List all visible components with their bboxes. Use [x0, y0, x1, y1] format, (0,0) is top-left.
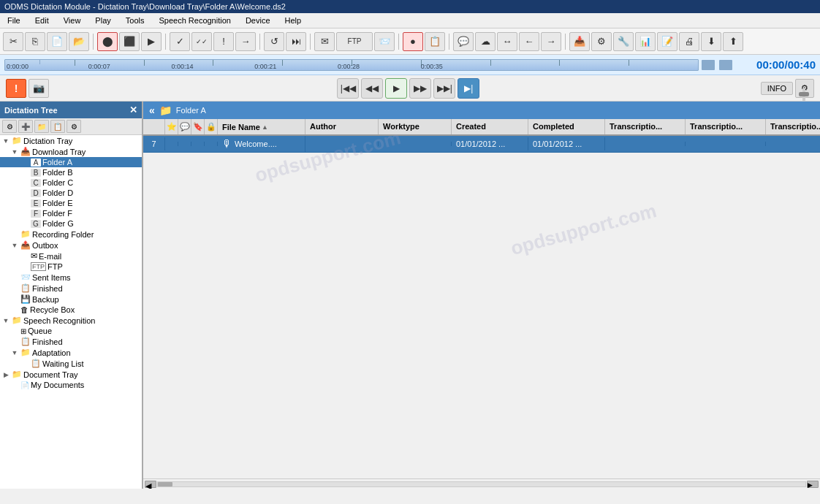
cut-button[interactable]: ✂: [3, 32, 23, 51]
camera-button[interactable]: 📷: [29, 79, 49, 98]
copy-button[interactable]: ⎘: [25, 32, 45, 51]
tree-item-folder-f[interactable]: F Folder F: [0, 208, 142, 218]
menu-edit[interactable]: Edit: [31, 15, 53, 26]
tree-item-folder-a[interactable]: A Folder A: [0, 157, 142, 167]
tree-item-folder-g[interactable]: G Folder G: [0, 218, 142, 229]
record-button[interactable]: ⬤: [97, 32, 118, 51]
double-check-button[interactable]: ✓✓: [191, 32, 212, 51]
tb-extra2[interactable]: ⚙: [591, 32, 612, 51]
skip-button[interactable]: ⏭: [286, 32, 306, 51]
record2-button[interactable]: ●: [403, 32, 423, 51]
fast-forward-button[interactable]: ▶▶: [409, 78, 431, 99]
timeline-track[interactable]: 0:00:00 0:00:07 0:00:14 0:00:21 0:00:28 …: [4, 59, 699, 71]
ftp-button[interactable]: FTP: [336, 32, 373, 51]
new-button[interactable]: 📄: [47, 32, 67, 51]
tb-extra5[interactable]: 📝: [657, 32, 677, 51]
h-scroll-right-btn[interactable]: ▶: [807, 481, 819, 488]
arrows-button[interactable]: ↔: [497, 32, 517, 51]
col-header-comment[interactable]: 💬: [178, 119, 191, 134]
comment-button[interactable]: 💬: [453, 32, 474, 51]
nav-back-button[interactable]: «: [149, 104, 155, 116]
sidebar-tool-2[interactable]: ➕: [18, 120, 33, 133]
playback-button[interactable]: ▶: [141, 32, 162, 51]
h-scroll-thumb[interactable]: [158, 482, 172, 486]
tb-extra7[interactable]: ⬇: [701, 32, 721, 51]
priority-button[interactable]: !: [213, 32, 234, 51]
tree-item-dictation-tray[interactable]: ▼ 📁 Dictation Tray: [0, 135, 142, 146]
tb-extra1[interactable]: 📥: [569, 32, 590, 51]
menu-play[interactable]: Play: [91, 15, 115, 26]
tb-extra3[interactable]: 🔧: [613, 32, 634, 51]
col-header-flag[interactable]: 🔖: [191, 119, 205, 134]
tree-item-recording-folder[interactable]: 📁 Recording Folder: [0, 229, 142, 240]
tree-item-sent-items[interactable]: 📨 Sent Items: [0, 272, 142, 283]
tree-item-folder-c[interactable]: C Folder C: [0, 177, 142, 188]
sidebar-tool-1[interactable]: ⚙: [2, 120, 17, 133]
send-button[interactable]: →: [235, 32, 256, 51]
check-button[interactable]: ✓: [170, 32, 190, 51]
back-button[interactable]: ←: [519, 32, 539, 51]
col-header-num[interactable]: [143, 119, 165, 134]
info-button[interactable]: INFO: [761, 82, 793, 95]
forward-all-button[interactable]: ▶▶|: [433, 78, 455, 99]
h-scrollbar[interactable]: ◀ ▶: [143, 478, 820, 489]
tree-item-folder-e[interactable]: E Folder E: [0, 198, 142, 208]
tb-extra4[interactable]: 📊: [635, 32, 656, 51]
menu-tools[interactable]: Tools: [121, 15, 149, 26]
rewind-button[interactable]: ◀◀: [361, 78, 383, 99]
col-header-lock[interactable]: 🔒: [205, 119, 218, 134]
sidebar-tool-4[interactable]: 📋: [50, 120, 65, 133]
tree-item-ftp[interactable]: FTP FTP: [0, 261, 142, 272]
tree-item-folder-b[interactable]: B Folder B: [0, 167, 142, 177]
tree-item-adaptation[interactable]: ▼ 📁 Adaptation: [0, 347, 142, 358]
zoom-in-btn[interactable]: [719, 60, 732, 70]
col-header-worktype[interactable]: Worktype: [379, 119, 452, 134]
alert-button[interactable]: !: [6, 79, 26, 98]
open-button[interactable]: 📂: [69, 32, 89, 51]
tree-item-waiting-list[interactable]: 📋 Waiting List: [0, 358, 142, 369]
tree-item-folder-d[interactable]: D Folder D: [0, 188, 142, 198]
email-button[interactable]: ✉: [314, 32, 335, 51]
last-button[interactable]: ▶|: [458, 78, 479, 99]
sidebar-tool-5[interactable]: ⚙: [67, 120, 81, 133]
tree-item-sr-finished[interactable]: 📋 Finished: [0, 336, 142, 347]
h-scroll-track[interactable]: [157, 481, 806, 487]
forward2-button[interactable]: →: [541, 32, 561, 51]
menu-help[interactable]: Help: [281, 15, 306, 26]
tree-item-backup[interactable]: 💾 Backup: [0, 294, 142, 305]
tree-item-queue[interactable]: ⊞ Queue: [0, 326, 142, 336]
tree-item-outbox[interactable]: ▼ 📤 Outbox: [0, 240, 142, 251]
tree-item-download-tray[interactable]: ▼ 📥 Download Tray: [0, 146, 142, 157]
col-header-trans3[interactable]: Transcriptio...: [766, 119, 820, 134]
tree-item-email[interactable]: ✉ E-mail: [0, 251, 142, 261]
volume-thumb[interactable]: [799, 92, 809, 96]
tb-extra6[interactable]: 🖨: [679, 32, 699, 51]
col-header-completed[interactable]: Completed: [528, 119, 605, 134]
menu-file[interactable]: File: [3, 15, 25, 26]
menu-speech[interactable]: Speech Recognition: [154, 15, 235, 26]
col-header-trans2[interactable]: Transcriptio...: [686, 119, 766, 134]
menu-device[interactable]: Device: [241, 15, 275, 26]
col-header-author[interactable]: Author: [305, 119, 379, 134]
tree-item-document-tray[interactable]: ▶ 📁 Document Tray: [0, 369, 142, 380]
refresh-button[interactable]: ↺: [264, 32, 284, 51]
menu-view[interactable]: View: [59, 15, 86, 26]
tb-extra8[interactable]: ⬆: [723, 32, 743, 51]
tree-item-recycle-box[interactable]: 🗑 Recycle Box: [0, 305, 142, 315]
cloud-button[interactable]: ☁: [475, 32, 496, 51]
play-button[interactable]: ▶: [385, 78, 407, 99]
zoom-out-btn[interactable]: [702, 60, 715, 70]
col-header-trans1[interactable]: Transcriptio...: [605, 119, 686, 134]
new2-button[interactable]: 📋: [425, 32, 445, 51]
sidebar-close-button[interactable]: ✕: [129, 104, 137, 115]
stop-button[interactable]: ⬛: [119, 32, 140, 51]
tree-item-speech-recognition[interactable]: ▼ 📁 Speech Recognition: [0, 315, 142, 326]
h-scroll-left-btn[interactable]: ◀: [145, 481, 156, 488]
sidebar-tool-3[interactable]: 📁: [34, 120, 49, 133]
tree-item-my-documents[interactable]: 📄 My Documents: [0, 380, 142, 390]
col-header-star[interactable]: ⭐: [165, 119, 178, 134]
tree-item-finished[interactable]: 📋 Finished: [0, 283, 142, 294]
col-header-created[interactable]: Created: [452, 119, 528, 134]
col-header-filename[interactable]: File Name ▲: [218, 119, 305, 134]
rewind-all-button[interactable]: |◀◀: [337, 78, 359, 99]
